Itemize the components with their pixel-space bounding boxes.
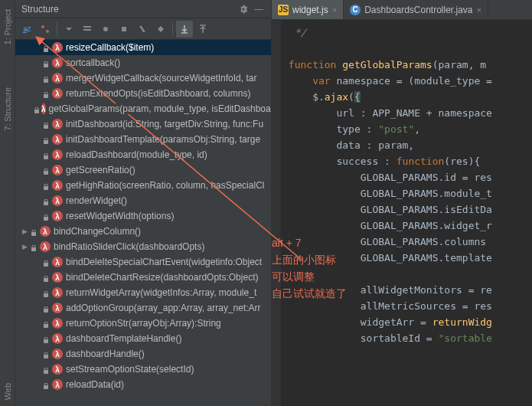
- expand-arrow-icon: [32, 43, 41, 52]
- structure-item-label: returnExtendOpts(isEditDashboard, column…: [66, 88, 250, 99]
- expand-arrow-icon: [32, 181, 41, 190]
- lock-icon: [43, 59, 51, 67]
- sort-alpha-icon[interactable]: a̲z: [18, 21, 35, 38]
- structure-item-label: initDashboard(id:String, targetDiv:Strin…: [66, 119, 263, 129]
- expand-arrow-icon: [32, 380, 41, 389]
- svg-rect-3: [83, 29, 91, 31]
- show-inherited-icon[interactable]: [97, 21, 114, 38]
- structure-item-label: initDashboardTemplate(paramsObj:String, …: [66, 134, 260, 145]
- structure-tree[interactable]: λresizeCallback($item)λsortcallback()λme…: [15, 40, 271, 406]
- expand-arrow-icon: [32, 89, 41, 98]
- structure-item[interactable]: λsetStreamOptionState(selectId): [15, 362, 271, 377]
- svg-rect-13: [44, 171, 48, 175]
- lock-icon: [34, 105, 40, 113]
- expand-arrow-icon: [32, 74, 41, 83]
- structure-item[interactable]: λreturnOptionStr(arrayObj:Array):String: [15, 316, 271, 331]
- structure-item[interactable]: ▶λbindChangeColumn(): [15, 224, 271, 239]
- expand-arrow-icon: [32, 257, 41, 267]
- structure-item-label: reloadData(id): [66, 379, 124, 390]
- lock-icon: [43, 166, 51, 174]
- structure-item[interactable]: λreturnExtendOpts(isEditDashboard, colum…: [15, 86, 271, 101]
- structure-item[interactable]: λgetHighRatio(screenRatio, column, hasSp…: [15, 178, 271, 193]
- structure-item[interactable]: λaddOptionGroup(array_app:Array, array_n…: [15, 300, 271, 316]
- svg-rect-11: [44, 140, 48, 144]
- gutter-tab-web[interactable]: Web: [2, 377, 14, 406]
- expand-arrow-icon: [32, 273, 41, 282]
- structure-item[interactable]: λreloadDashboard(module_type, id): [15, 147, 271, 162]
- structure-item[interactable]: λbindDeleIteSpecialChartEvent(widgetinfo…: [15, 254, 271, 270]
- sort-visibility-icon[interactable]: [37, 21, 54, 38]
- svg-rect-17: [31, 232, 36, 236]
- expand-icon[interactable]: [60, 21, 77, 38]
- lock-icon: [43, 289, 51, 296]
- expand-arrow-icon[interactable]: ▶: [20, 242, 29, 251]
- close-icon[interactable]: ×: [332, 5, 337, 15]
- structure-item[interactable]: λgetScreenRatio(): [15, 162, 271, 178]
- structure-item-label: bindChangeColumn(): [54, 226, 141, 237]
- lambda-icon: λ: [52, 287, 63, 298]
- lock-icon: [43, 273, 51, 281]
- structure-item-label: resetWidgetWidth(options): [66, 211, 174, 221]
- lock-icon: [43, 335, 51, 342]
- lock-icon: [43, 182, 51, 189]
- svg-rect-24: [44, 339, 48, 343]
- structure-item-label: getHighRatio(screenRatio, column, hasSpe…: [66, 180, 264, 191]
- svg-rect-22: [44, 309, 48, 313]
- structure-item[interactable]: λdashboardHandle(): [15, 346, 271, 362]
- svg-rect-26: [44, 370, 48, 374]
- show-anon-icon[interactable]: [116, 21, 132, 38]
- expand-arrow-icon: [32, 120, 41, 129]
- lambda-icon: λ: [52, 303, 63, 313]
- svg-rect-8: [44, 94, 48, 98]
- gutter-tab-structure[interactable]: 7: Structure: [2, 81, 14, 137]
- svg-rect-5: [44, 48, 48, 52]
- structure-item-label: reloadDashboard(module_type, id): [66, 149, 207, 160]
- structure-item[interactable]: λresizeCallback($item): [15, 40, 271, 55]
- expand-arrow-icon[interactable]: ▶: [20, 227, 29, 236]
- lambda-icon: λ: [52, 211, 63, 221]
- structure-item[interactable]: λmergerWidgetCallback(sourceWidgetInfoId…: [15, 70, 271, 86]
- show-fields-icon[interactable]: [79, 21, 96, 38]
- code-editor[interactable]: */ function getGlobalParams(param, m var…: [272, 20, 532, 406]
- lock-icon: [43, 212, 51, 220]
- close-icon[interactable]: ×: [477, 5, 481, 15]
- scope-icon[interactable]: [152, 21, 169, 38]
- structure-item-label: renderWidget(): [66, 195, 127, 206]
- gear-icon[interactable]: [237, 3, 250, 15]
- structure-item[interactable]: λsortcallback(): [15, 55, 271, 70]
- tab-widget-js[interactable]: JS widget.js ×: [272, 0, 344, 19]
- structure-item[interactable]: λdashboardTemplateHandle(): [15, 331, 271, 346]
- lock-icon: [43, 90, 51, 97]
- svg-rect-20: [44, 278, 48, 282]
- autoscroll-to-icon[interactable]: [176, 21, 193, 38]
- structure-item[interactable]: ▶λbindRatioSliderClick(dashboardOpts): [15, 239, 271, 254]
- structure-item[interactable]: λinitDashboardTemplate(paramsObj:String,…: [15, 132, 271, 147]
- expand-arrow-icon: [32, 319, 41, 328]
- lock-icon: [43, 381, 51, 388]
- structure-item[interactable]: λbindDeleteChartResize(dashboardOpts:Obj…: [15, 270, 271, 285]
- structure-item[interactable]: λinitDashboard(id:String, targetDiv:Stri…: [15, 116, 271, 132]
- gutter-tab-project[interactable]: 1: Project: [2, 3, 14, 51]
- editor-area: JS widget.js × C DashboardsController.ja…: [272, 0, 532, 406]
- tab-dashboards-controller[interactable]: C DashboardsController.java ×: [344, 0, 488, 19]
- lock-icon: [43, 350, 51, 358]
- structure-item-label: setStreamOptionState(selectId): [66, 364, 194, 375]
- structure-item[interactable]: λresetWidgetWidth(options): [15, 208, 271, 224]
- lock-icon: [43, 74, 51, 82]
- lock-icon: [43, 319, 51, 327]
- structure-item[interactable]: λreloadData(id): [15, 377, 271, 392]
- expand-arrow-icon: [32, 58, 41, 67]
- show-lambda-icon[interactable]: [134, 21, 151, 38]
- structure-item[interactable]: λrenderWidget(): [15, 193, 271, 208]
- structure-item-label: dashboardTemplateHandle(): [66, 333, 181, 344]
- structure-item-label: returnWidgetArray(widgetInfos:Array, mod…: [66, 287, 256, 298]
- autoscroll-from-icon[interactable]: [194, 21, 211, 38]
- svg-rect-7: [44, 79, 48, 83]
- panel-title: Structure: [21, 4, 59, 15]
- structure-item[interactable]: λreturnWidgetArray(widgetInfos:Array, mo…: [15, 285, 271, 300]
- expand-arrow-icon: [32, 135, 41, 144]
- lambda-icon: λ: [40, 226, 51, 237]
- expand-arrow-icon: [32, 211, 41, 221]
- hide-icon[interactable]: —: [253, 3, 265, 15]
- structure-item[interactable]: λgetGlobalParams(param, module_type, isE…: [15, 101, 271, 116]
